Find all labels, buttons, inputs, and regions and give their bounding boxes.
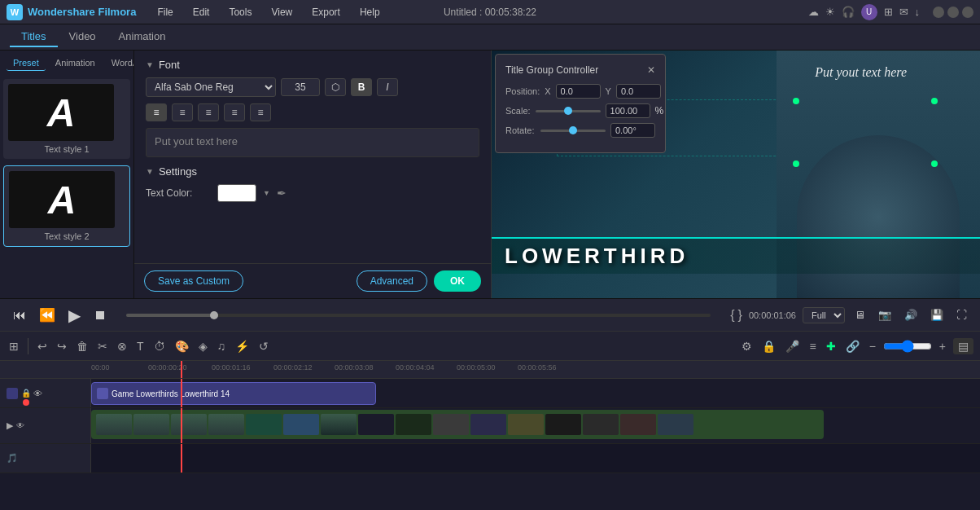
chevron-down-icon-2: ▼ xyxy=(146,167,154,176)
tab-titles[interactable]: Titles xyxy=(10,27,58,47)
speed-btn[interactable]: ⚡ xyxy=(233,337,252,355)
ruler-mark-3: 00:00:02:12 xyxy=(273,363,313,372)
mask-btn[interactable]: ◈ xyxy=(196,337,210,355)
menu-view[interactable]: View xyxy=(266,5,297,20)
menu-bar: W Wondershare Filmora File Edit Tools Vi… xyxy=(0,0,980,24)
zoom-out-btn[interactable]: − xyxy=(867,337,878,355)
window-minimize[interactable] xyxy=(933,7,944,18)
menu-file[interactable]: File xyxy=(152,5,177,20)
tgc-rotate-input[interactable] xyxy=(610,123,655,138)
align-full-btn[interactable]: ≡ xyxy=(250,103,271,121)
settings-section-header[interactable]: ▼ Settings xyxy=(146,165,479,178)
align-center-btn[interactable]: ≡ xyxy=(172,103,193,121)
camera-icon[interactable]: 📷 xyxy=(875,306,895,324)
italic-button[interactable]: I xyxy=(377,78,398,96)
window-maximize[interactable] xyxy=(947,7,959,18)
add-track-btn[interactable]: ✚ xyxy=(824,337,838,355)
progress-bar[interactable] xyxy=(126,314,711,317)
left-panel: Preset Animation WordArt A Text style 1 … xyxy=(0,51,134,298)
tgc-close-button[interactable]: ✕ xyxy=(647,64,655,76)
mail-icon: ✉ xyxy=(899,6,908,18)
stop-button[interactable]: ⏹ xyxy=(90,305,110,326)
color-swatch[interactable] xyxy=(217,184,256,202)
undo-btn[interactable]: ↩ xyxy=(35,337,50,355)
thumb-7 xyxy=(321,414,357,435)
chevron-down-icon: ▼ xyxy=(146,60,154,69)
settings-section-title: Settings xyxy=(159,165,197,178)
thumb-12 xyxy=(508,414,544,435)
tgc-scale-slider[interactable] xyxy=(536,110,601,112)
quality-select[interactable]: Full 1/2 1/4 xyxy=(803,307,845,323)
list-item[interactable]: A Text style 1 xyxy=(3,79,130,159)
font-name-select[interactable]: Alfa Sab One Reg xyxy=(146,77,276,97)
sun-icon: ☀ xyxy=(825,6,835,18)
video-clip[interactable] xyxy=(91,410,824,439)
track-2: ▶ 👁 xyxy=(0,408,980,444)
grid-view-btn[interactable]: ⊞ xyxy=(7,337,21,355)
settings-section: ▼ Settings Text Color: ▼ ✒ xyxy=(146,165,479,202)
track-2-eye[interactable]: 👁 xyxy=(16,421,24,430)
remove-bg-btn[interactable]: ⊗ xyxy=(115,337,129,355)
skip-back-button[interactable]: ⏮ xyxy=(10,305,29,326)
delete-btn[interactable]: 🗑 xyxy=(74,337,90,355)
audio-btn[interactable]: ♫ xyxy=(215,337,229,355)
list-item[interactable]: A Text style 2 xyxy=(3,165,130,247)
menu-edit[interactable]: Edit xyxy=(188,5,215,20)
settings-btn[interactable]: ⚙ xyxy=(739,337,755,355)
magnet-btn[interactable]: 🔒 xyxy=(759,337,778,355)
monitor-icon[interactable]: 🖥 xyxy=(851,306,868,324)
eyedropper-icon[interactable]: ✒ xyxy=(277,187,287,200)
tab-wordart[interactable]: WordArt xyxy=(105,55,134,71)
volume-icon[interactable]: 🔊 xyxy=(901,306,921,324)
align-right-btn[interactable]: ≡ xyxy=(198,103,219,121)
tab-preset[interactable]: Preset xyxy=(7,55,46,71)
fullscreen-icon[interactable]: ⛶ xyxy=(953,306,970,324)
font-size-input[interactable] xyxy=(281,78,320,96)
advanced-button[interactable]: Advanced xyxy=(357,270,427,292)
tgc-y-input[interactable] xyxy=(616,84,661,99)
tab-animation[interactable]: Animation xyxy=(107,27,177,47)
text-preview[interactable]: Put yout text here xyxy=(146,128,479,157)
thumb-6 xyxy=(283,414,319,435)
progress-thumb xyxy=(210,311,218,319)
menu-tools[interactable]: Tools xyxy=(224,5,256,20)
align-justify-btn[interactable]: ≡ xyxy=(224,103,245,121)
font-section-header[interactable]: ▼ Font xyxy=(146,59,479,71)
color-btn[interactable]: 🎨 xyxy=(173,337,191,355)
track-btn[interactable]: ≡ xyxy=(807,337,818,355)
tab-animation-sub[interactable]: Animation xyxy=(49,55,102,71)
save-icon[interactable]: 💾 xyxy=(927,306,947,324)
align-left-btn[interactable]: ≡ xyxy=(146,103,167,121)
ok-button[interactable]: OK xyxy=(434,270,481,292)
window-close[interactable] xyxy=(962,7,973,18)
save-custom-button[interactable]: Save as Custom xyxy=(144,270,243,292)
timer-btn[interactable]: ⏱ xyxy=(151,337,168,355)
mic-btn[interactable]: 🎤 xyxy=(783,337,802,355)
tgc-scale-input[interactable] xyxy=(606,103,650,118)
zoom-slider[interactable] xyxy=(883,340,932,353)
menu-help[interactable]: Help xyxy=(355,5,385,20)
size-decrease-btn[interactable]: ⬡ xyxy=(325,78,346,96)
tgc-rotate-slider[interactable] xyxy=(540,130,606,132)
playback-bar: ⏮ ⏪ ▶ ⏹ { } 00:00:01:06 Full 1/2 1/4 🖥 📷… xyxy=(0,298,980,331)
tab-video[interactable]: Video xyxy=(58,27,107,47)
thumb-13 xyxy=(545,414,581,435)
reverse-btn[interactable]: ↺ xyxy=(256,337,271,355)
timeline-expand-btn[interactable]: ▤ xyxy=(953,338,973,354)
redo-btn[interactable]: ↪ xyxy=(55,337,69,355)
title-clip[interactable]: Game Lowerthirds Lowerthird 14 xyxy=(91,382,376,405)
zoom-in-btn[interactable]: + xyxy=(937,337,948,355)
thumb-4 xyxy=(208,414,244,435)
track-eye-icon[interactable]: 👁 xyxy=(33,389,42,398)
bold-button[interactable]: B xyxy=(351,78,372,96)
link-btn[interactable]: 🔗 xyxy=(843,337,862,355)
track-lock-icon[interactable]: 🔒 xyxy=(21,389,31,398)
menu-export[interactable]: Export xyxy=(307,5,345,20)
control-point-4 xyxy=(931,160,938,167)
tgc-x-input[interactable] xyxy=(556,84,601,99)
step-back-button[interactable]: ⏪ xyxy=(36,304,59,326)
play-button[interactable]: ▶ xyxy=(65,302,84,328)
tgc-position-row: Position: X Y xyxy=(505,84,655,99)
text-btn[interactable]: T xyxy=(134,337,147,355)
cut-btn[interactable]: ✂ xyxy=(95,337,110,355)
